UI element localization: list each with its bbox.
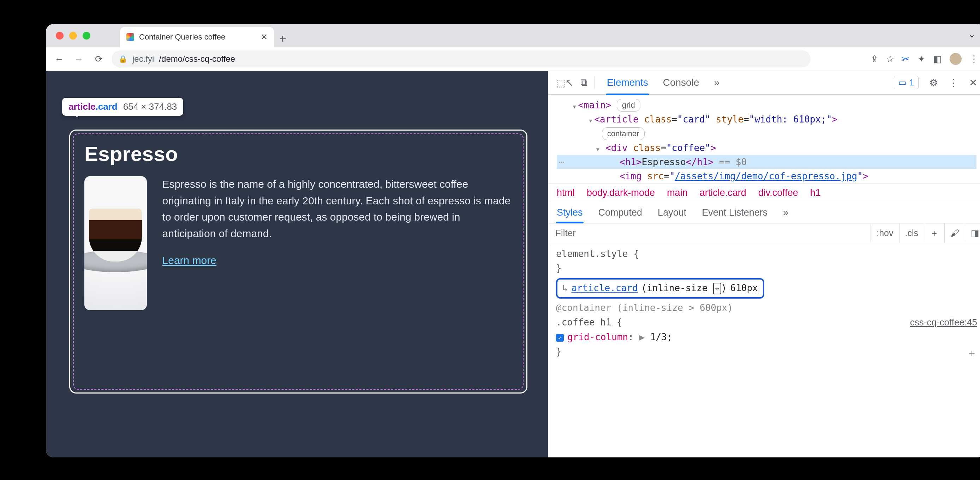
address-bar[interactable]: 🔒 jec.fyi/demo/css-cq-coffee (111, 51, 811, 67)
close-tab-icon[interactable]: ✕ (261, 32, 267, 42)
menu-icon[interactable]: ⋮ (969, 54, 978, 65)
profile-avatar[interactable] (950, 53, 962, 65)
styles-filter-input[interactable] (548, 223, 870, 243)
dom-eq0: == $0 (713, 157, 747, 167)
dom-tree[interactable]: <main> grid <article class="card" style=… (548, 95, 980, 184)
source-file-link[interactable]: css-cq-coffee:45 (910, 315, 977, 330)
favicon-icon (126, 33, 134, 41)
styles-pane[interactable]: element.style { } ↳ article.card (inline… (548, 243, 980, 362)
minimize-window-icon[interactable] (69, 32, 77, 40)
computed-toggle-icon[interactable]: ◨ (965, 224, 980, 242)
tab-elements[interactable]: Elements (607, 77, 648, 88)
crumb-main[interactable]: main (667, 188, 688, 199)
kebab-icon[interactable]: ⋮ (948, 77, 958, 89)
tab-console[interactable]: Console (663, 77, 699, 88)
subtab-computed[interactable]: Computed (598, 207, 643, 218)
dom-breadcrumb[interactable]: html body.dark-mode main article.card di… (548, 184, 980, 202)
subtab-styles[interactable]: Styles (557, 207, 583, 218)
tab-more[interactable]: » (714, 77, 719, 88)
query-size: 610px (730, 281, 758, 296)
url-path: /demo/css-cq-coffee (159, 54, 235, 64)
crumb-article[interactable]: article.card (700, 188, 746, 199)
tabs-dropdown-icon[interactable]: ⌄ (968, 29, 976, 40)
browser-tab[interactable]: Container Queries coffee ✕ (120, 27, 274, 47)
row-actions-icon[interactable]: ⋯ (559, 155, 565, 169)
coffee-image (84, 176, 147, 310)
settings-icon[interactable]: ⚙ (929, 77, 938, 89)
card-title: Espresso (84, 142, 512, 165)
forward-button[interactable]: → (72, 52, 86, 66)
page-viewport: article.card 654 × 374.83 Espresso Espre… (46, 71, 548, 458)
tab-title: Container Queries coffee (139, 32, 225, 41)
badge-container[interactable]: container (602, 127, 644, 140)
crumb-h1[interactable]: h1 (810, 188, 821, 199)
element-picker-icon[interactable]: ⬚↖ (556, 77, 573, 89)
tooltip-tag: article (68, 101, 95, 112)
url-host: jec.fyi (132, 54, 154, 64)
tooltip-dimensions: 654 × 374.83 (123, 101, 177, 112)
dom-main[interactable]: <main> (578, 100, 611, 110)
prop-value[interactable]: 1/3; (650, 332, 673, 342)
rule-close: }＋ (556, 345, 977, 359)
hov-toggle[interactable]: :hov (870, 224, 899, 242)
close-window-icon[interactable] (56, 32, 64, 40)
reload-button[interactable]: ⟳ (92, 52, 106, 66)
crumb-div[interactable]: div.coffee (758, 188, 798, 199)
window-controls (56, 32, 91, 40)
back-button[interactable]: ← (52, 52, 66, 66)
element-style-close: } (556, 261, 977, 276)
tab-strip: Container Queries coffee ✕ ＋ ⌄ (46, 24, 980, 47)
styles-subtabs: Styles Computed Layout Event Listeners » (548, 202, 980, 223)
learn-more-link[interactable]: Learn more (162, 254, 512, 267)
subtab-layout[interactable]: Layout (658, 207, 686, 218)
close-devtools-icon[interactable]: ✕ (969, 77, 977, 89)
subtab-event[interactable]: Event Listeners (702, 207, 767, 218)
styles-filter-row: :hov .cls ＋ 🖌 ◨ (548, 223, 980, 243)
toolbar: ← → ⟳ 🔒 jec.fyi/demo/css-cq-coffee ⇪ ☆ ✂… (46, 47, 980, 71)
content-row: article.card 654 × 374.83 Espresso Espre… (46, 71, 980, 458)
query-selector[interactable]: article.card (571, 281, 638, 296)
rule-selector: .coffee h1 { (556, 317, 622, 327)
browser-window: Container Queries coffee ✕ ＋ ⌄ ← → ⟳ 🔒 j… (46, 24, 980, 458)
scissors-icon[interactable]: ✂ (902, 54, 910, 65)
container-query-pill[interactable]: ↳ article.card (inline-size ↔) 610px (556, 278, 764, 299)
device-toggle-icon[interactable]: ⧉ (581, 77, 587, 89)
toolbar-right: ⇪ ☆ ✂ ✦ ◧ ⋮ (870, 53, 978, 65)
devtools-toolbar: ⬚↖ ⧉ Elements Console » ▭ 1 ⚙ ⋮ ✕ (548, 71, 980, 95)
paint-icon[interactable]: 🖌 (944, 224, 965, 242)
devtools-panel: ⬚↖ ⧉ Elements Console » ▭ 1 ⚙ ⋮ ✕ <main>… (548, 71, 980, 458)
element-style-open: element.style { (556, 247, 977, 262)
sidepanel-icon[interactable]: ◧ (933, 54, 942, 65)
tooltip-class: .card (95, 101, 118, 112)
extensions-icon[interactable]: ✦ (918, 54, 925, 65)
cls-toggle[interactable]: .cls (899, 224, 924, 242)
card-description: Espresso is the name of a highly concent… (162, 176, 512, 242)
issues-count: 1 (909, 78, 914, 87)
crumb-html[interactable]: html (557, 188, 575, 199)
prop-checkbox[interactable]: ✓ (556, 334, 564, 342)
badge-grid[interactable]: grid (617, 99, 640, 111)
new-rule-icon[interactable]: ＋ (924, 224, 944, 242)
dom-selected-row[interactable]: ⋯<h1>Espresso</h1> == $0 (557, 155, 977, 169)
coffee-card: Espresso Espresso is the name of a highl… (69, 130, 527, 394)
add-prop-icon[interactable]: ＋ (967, 345, 977, 361)
issues-badge[interactable]: ▭ 1 (894, 76, 919, 89)
subtab-more[interactable]: » (783, 207, 788, 218)
lock-icon: 🔒 (119, 55, 127, 63)
crumb-body[interactable]: body.dark-mode (587, 188, 655, 199)
new-tab-button[interactable]: ＋ (274, 30, 291, 47)
bookmark-icon[interactable]: ☆ (886, 54, 894, 65)
resize-icon: ↔ (713, 283, 721, 294)
inspect-tooltip: article.card 654 × 374.83 (62, 98, 183, 116)
share-icon[interactable]: ⇪ (870, 54, 878, 65)
img-src-link[interactable]: /assets/img/demo/cof-espresso.jpg (675, 171, 858, 181)
at-container-rule: @container (inline-size > 600px) (556, 301, 977, 316)
prop-name[interactable]: grid-column (567, 332, 628, 342)
maximize-window-icon[interactable] (83, 32, 91, 40)
